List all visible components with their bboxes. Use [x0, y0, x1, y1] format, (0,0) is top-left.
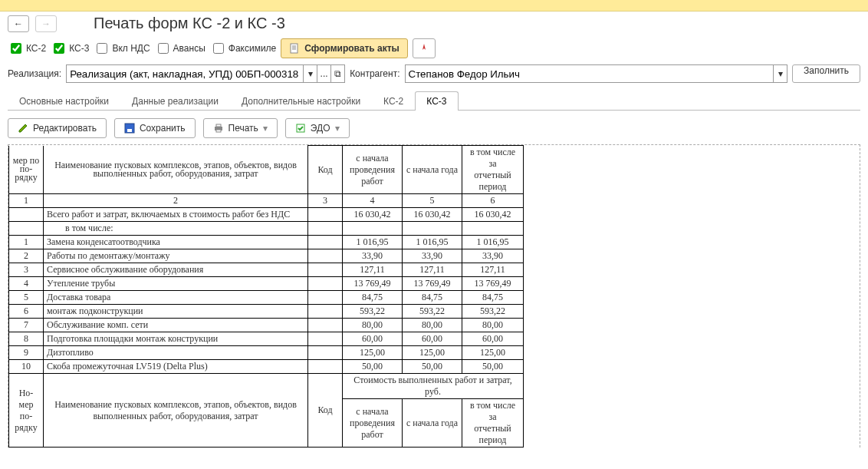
checkbox-ks3[interactable]: КС-3: [51, 41, 89, 56]
kontragent-dropdown-button[interactable]: ▾: [774, 64, 787, 83]
checkbox-vkl-nds[interactable]: Вкл НДС: [94, 41, 150, 56]
tab-0[interactable]: Основные настройки: [8, 91, 120, 111]
top-strip: [0, 0, 868, 12]
realization-open-button[interactable]: ⧉: [331, 64, 345, 83]
checkbox-faksimile[interactable]: Факсимиле: [210, 41, 277, 56]
diskette-icon: [124, 123, 135, 134]
svg-rect-8: [216, 124, 221, 127]
svg-rect-6: [127, 129, 132, 132]
tab-1[interactable]: Данные реализации: [120, 91, 230, 111]
chevron-down-icon: ▾: [778, 68, 783, 79]
realization-label: Реализация:: [8, 68, 61, 79]
extra-action-button[interactable]: [413, 38, 436, 58]
printer-icon: [213, 123, 224, 134]
realization-dropdown-button[interactable]: ▾: [304, 64, 317, 83]
tab-4[interactable]: КС-3: [415, 91, 458, 111]
realization-input[interactable]: [66, 64, 304, 83]
chevron-down-icon: ▾: [263, 123, 268, 134]
arrow-right-icon: →: [41, 18, 51, 29]
svg-marker-4: [422, 44, 426, 50]
svg-rect-0: [291, 44, 298, 53]
save-button[interactable]: Сохранить: [114, 118, 196, 138]
tabs: Основные настройкиДанные реализацииДопол…: [8, 91, 860, 111]
checkbox-avansy[interactable]: Авансы: [155, 41, 205, 56]
compass-icon: [419, 43, 429, 54]
edo-button[interactable]: ЭДО ▾: [285, 118, 350, 138]
pencil-icon: [18, 123, 28, 134]
document-icon: [289, 43, 300, 54]
page-title: Печать форм КС -2 и КС -3: [94, 15, 285, 32]
chevron-down-icon: ▾: [335, 123, 340, 134]
document-preview[interactable]: мер попо-рядкуНаименование пусковых комп…: [8, 144, 860, 448]
form-acts-button[interactable]: Сформировать акты: [281, 38, 408, 58]
ks3-table: мер попо-рядкуНаименование пусковых комп…: [8, 145, 524, 448]
kontragent-label: Контрагент:: [350, 68, 399, 79]
nav-back-button[interactable]: ←: [8, 15, 29, 32]
print-button[interactable]: Печать ▾: [203, 118, 278, 138]
edo-icon: [295, 123, 306, 134]
checkbox-ks2[interactable]: КС-2: [8, 41, 46, 56]
kontragent-input[interactable]: [405, 64, 774, 83]
nav-fwd-button[interactable]: →: [35, 15, 57, 32]
fill-button[interactable]: Заполнить: [792, 64, 860, 83]
tab-2[interactable]: Дополнительные настройки: [230, 91, 372, 111]
svg-rect-9: [216, 130, 221, 132]
open-icon: ⧉: [334, 68, 341, 79]
tab-3[interactable]: КС-2: [372, 91, 415, 111]
arrow-left-icon: ←: [14, 18, 23, 29]
edit-button[interactable]: Редактировать: [8, 118, 107, 138]
realization-dots-button[interactable]: ...: [317, 64, 331, 83]
chevron-down-icon: ▾: [308, 68, 313, 79]
